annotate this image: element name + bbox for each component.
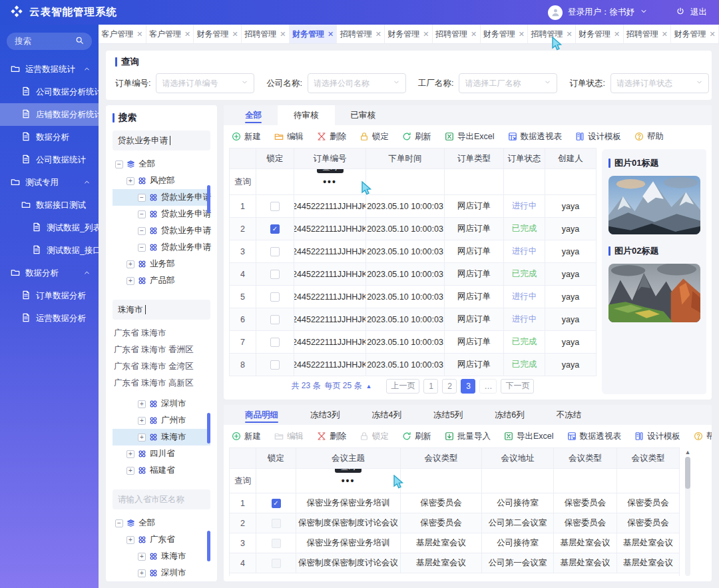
toolbar-设计模板-button[interactable]: 设计模板 xyxy=(575,131,621,143)
table-row-1[interactable]: 1522445222111JJHHJKLL2023.05.10 10:00:03… xyxy=(230,195,596,218)
ellipsis-pages[interactable]: … xyxy=(479,379,497,394)
lock-cell[interactable] xyxy=(256,513,296,533)
row-checkbox[interactable]: ✓ xyxy=(272,499,281,508)
close-tab-icon[interactable]: ✕ xyxy=(375,30,381,39)
chevron-up-icon[interactable] xyxy=(83,65,91,75)
filter-cell[interactable]: 查询••• xyxy=(294,169,366,194)
filter-cell[interactable] xyxy=(366,169,445,194)
sidebar-item-8[interactable]: 测试数据_列表 xyxy=(0,216,99,239)
user-label[interactable]: 登录用户：徐书妤 xyxy=(568,7,634,18)
row-checkbox[interactable] xyxy=(272,539,281,548)
filter-cell[interactable] xyxy=(504,169,545,194)
collapse-icon[interactable]: − xyxy=(138,227,146,235)
row-checkbox[interactable] xyxy=(270,360,280,370)
window-tab-9[interactable]: 财务管理✕ xyxy=(481,25,529,43)
meetings-tab-商品明细[interactable]: 商品明细 xyxy=(229,405,294,425)
lock-cell[interactable] xyxy=(256,553,296,573)
collapse-icon[interactable]: − xyxy=(115,160,123,168)
expand-icon[interactable]: + xyxy=(138,569,146,577)
close-tab-icon[interactable]: ✕ xyxy=(423,30,429,39)
scroll-up-arrow-icon[interactable]: ▲ xyxy=(685,449,691,457)
expand-icon[interactable]: + xyxy=(126,536,134,544)
toolbar-新建-button[interactable]: 新建 xyxy=(232,131,261,143)
tree-node-广东省[interactable]: +广东省 xyxy=(113,531,210,548)
filter-cell[interactable] xyxy=(554,469,617,493)
table-row-1[interactable]: 1✓保密业务保密业务培训保密委员会公司接待室保密委员会保密委员会 xyxy=(230,493,679,513)
scrollbar-track[interactable] xyxy=(685,457,690,576)
row-checkbox[interactable] xyxy=(272,519,281,528)
lock-cell[interactable]: ✓ xyxy=(256,493,296,513)
filter-cell[interactable]: 查询••• xyxy=(296,469,401,493)
tree-node-全部[interactable]: −全部 xyxy=(113,156,210,172)
collapse-icon[interactable]: − xyxy=(138,210,146,218)
table-row-2[interactable]: 2保密制度保密制度讨论会议保密委员会公司第二会议室保密委员会保密委员会 xyxy=(230,513,679,533)
filter-cell[interactable] xyxy=(401,469,482,493)
suggestion-item[interactable]: 广东省 珠海市 xyxy=(114,325,210,342)
toolbar-刷新-button[interactable]: 刷新 xyxy=(402,131,431,143)
expand-icon[interactable]: + xyxy=(126,450,134,458)
row-checkbox[interactable] xyxy=(270,247,280,256)
sidebar-item-5[interactable]: 公司数据统计 xyxy=(0,148,99,171)
close-tab-icon[interactable]: ✕ xyxy=(566,30,572,39)
filter-cell[interactable] xyxy=(545,169,596,194)
tree-node-业务部[interactable]: +业务部 xyxy=(113,256,210,272)
table-row-4[interactable]: 4保密制度保密制度讨论会议基层处室会议公司第一会议室基层处室会议基层处室会议 xyxy=(230,553,679,573)
page-button-3[interactable]: 3 xyxy=(461,379,475,394)
vertical-scrollbar[interactable]: ▲ xyxy=(684,447,692,576)
window-tab-10[interactable]: 招聘管理✕ xyxy=(528,25,576,43)
toolbar-新建-button[interactable]: 新建 xyxy=(232,431,261,442)
filter-cell-label[interactable]: 查询 xyxy=(230,169,256,194)
sidebar-item-2[interactable]: 公司数据分析统计 xyxy=(0,81,99,103)
meetings-tab-不冻结[interactable]: 不冻结 xyxy=(541,405,598,425)
logout-button[interactable]: 退出 xyxy=(690,7,707,18)
expand-icon[interactable]: + xyxy=(126,177,134,185)
chevron-up-icon[interactable] xyxy=(83,178,91,188)
orders-tab-待审核[interactable]: 待审核 xyxy=(278,105,335,125)
collapse-icon[interactable]: − xyxy=(138,194,146,202)
window-tab-5[interactable]: 财务管理✕ xyxy=(290,25,338,43)
chevron-down-icon[interactable] xyxy=(640,7,648,17)
tree-node-珠海市[interactable]: +珠海市 xyxy=(113,548,210,565)
toolbar-数据透视表-button[interactable]: 数据透视表 xyxy=(508,131,563,143)
field-select[interactable]: 请选择订单编号 xyxy=(156,73,254,93)
toolbar-批量导入-button[interactable]: 批量导入 xyxy=(445,431,491,442)
window-tab-6[interactable]: 招聘管理✕ xyxy=(337,25,385,43)
page-button-1[interactable]: 1 xyxy=(423,379,438,394)
meetings-tab-冻结4列[interactable]: 冻结4列 xyxy=(356,405,417,425)
lock-cell[interactable] xyxy=(256,195,294,217)
toolbar-导出Excel-button[interactable]: 导出Excel xyxy=(445,131,495,143)
meetings-tab-冻结3列[interactable]: 冻结3列 xyxy=(294,405,356,425)
filter-more-icon[interactable]: ••• xyxy=(342,475,356,486)
row-checkbox[interactable] xyxy=(272,559,281,568)
row-checkbox[interactable] xyxy=(270,202,280,211)
tree-node-贷款业务申请[interactable]: −贷款业务申请 xyxy=(113,222,210,239)
window-tab-12[interactable]: 招聘管理✕ xyxy=(624,25,672,43)
toolbar-删除-button[interactable]: 删除 xyxy=(317,131,346,143)
toolbar-删除-button[interactable]: 删除 xyxy=(317,431,346,442)
sidebar-item-10[interactable]: 数据分析 xyxy=(0,262,99,284)
lock-cell[interactable] xyxy=(256,533,296,553)
lock-cell[interactable] xyxy=(256,331,294,353)
tree-scrollbar-thumb[interactable] xyxy=(207,413,210,443)
expand-icon[interactable]: + xyxy=(138,400,146,408)
sidebar-item-4[interactable]: 数据分析 xyxy=(0,126,99,148)
row-checkbox[interactable] xyxy=(270,315,280,324)
toolbar-帮助-button[interactable]: 帮助 xyxy=(694,431,712,442)
window-tab-7[interactable]: 财务管理✕ xyxy=(385,25,433,43)
close-tab-icon[interactable]: ✕ xyxy=(328,30,334,39)
caret-up-icon[interactable]: ▲ xyxy=(366,383,372,390)
window-tab-11[interactable]: 财务管理✕ xyxy=(576,25,624,43)
tree-node-全部[interactable]: −全部 xyxy=(113,515,210,531)
sidebar-item-11[interactable]: 订单数据分析 xyxy=(0,284,99,307)
field-select[interactable]: 请选择订单状态 xyxy=(610,73,709,93)
table-row-6[interactable]: 6522445222111JJHHJKLL2023.05.10 10:00:03… xyxy=(230,308,596,331)
expand-icon[interactable]: + xyxy=(126,260,134,268)
close-tab-icon[interactable]: ✕ xyxy=(519,30,525,39)
expand-icon[interactable]: + xyxy=(126,277,134,285)
field-select[interactable]: 请选择工厂名称 xyxy=(459,73,557,93)
toolbar-帮助-button[interactable]: 帮助 xyxy=(634,131,664,143)
meetings-tab-冻结6列[interactable]: 冻结6列 xyxy=(479,405,540,425)
table-row-3[interactable]: 3保密业务保密业务培训基层处室会议公司接待室基层处室会议基层处室会议 xyxy=(230,533,679,553)
close-tab-icon[interactable]: ✕ xyxy=(614,30,620,39)
toolbar-编辑-button[interactable]: 编辑 xyxy=(274,131,304,143)
